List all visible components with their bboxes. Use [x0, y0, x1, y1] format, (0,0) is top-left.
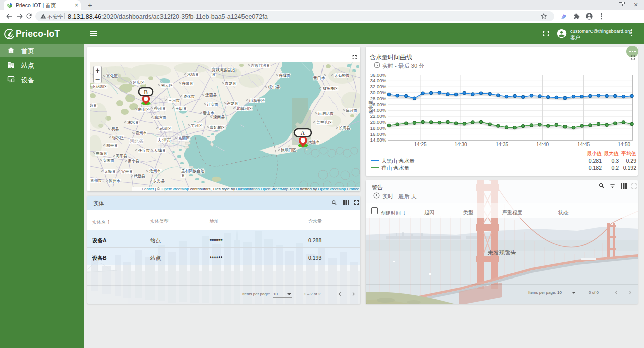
svg-text:房山区: 房山区 — [138, 107, 149, 112]
svg-text:30.00%: 30.00% — [370, 90, 387, 95]
svg-text:下花园区: 下花园区 — [92, 84, 107, 89]
svg-text:唐山市: 唐山市 — [203, 111, 214, 115]
svg-text:14:45: 14:45 — [577, 142, 590, 147]
svg-text:山海关区: 山海关区 — [249, 98, 265, 103]
svg-text:安国市: 安国市 — [103, 158, 114, 163]
svg-text:涞水县: 涞水县 — [127, 120, 139, 125]
svg-text:普兰店区: 普兰店区 — [316, 120, 332, 125]
svg-text:县: 县 — [212, 72, 216, 77]
svg-text:徐水区: 徐水区 — [112, 135, 124, 140]
svg-text:迁西县: 迁西县 — [205, 93, 217, 97]
svg-text:玉田县: 玉田县 — [175, 106, 187, 111]
svg-text:大城县: 大城县 — [154, 148, 166, 153]
svg-text:14:25: 14:25 — [414, 142, 426, 147]
svg-text:高阳县: 高阳县 — [116, 154, 127, 158]
svg-text:深州市: 深州市 — [108, 179, 120, 183]
svg-text:青龙县: 青龙县 — [225, 81, 236, 86]
svg-text:顺平县: 顺平县 — [106, 143, 118, 148]
svg-text:廊坊市: 廊坊市 — [154, 115, 166, 120]
svg-text:沧州市: 沧州市 — [149, 169, 161, 173]
svg-text:A: A — [301, 130, 305, 136]
svg-text:孟村回族自治: 孟村回族自治 — [181, 169, 204, 173]
svg-text:宣化区: 宣化区 — [106, 74, 118, 78]
svg-text:曹妃甸区: 曹妃甸区 — [210, 125, 225, 130]
svg-text:B: B — [144, 89, 148, 95]
svg-text:兴隆县: 兴隆县 — [182, 81, 193, 86]
svg-text:武清区: 武清区 — [159, 126, 171, 131]
svg-text:易县: 易县 — [111, 127, 119, 131]
svg-text:34.00%: 34.00% — [370, 78, 387, 83]
svg-text:晋州市: 晋州市 — [90, 178, 102, 183]
svg-text:迁安市: 迁安市 — [207, 102, 218, 107]
svg-text:延庆区: 延庆区 — [132, 80, 144, 85]
svg-text:14:30: 14:30 — [454, 142, 467, 147]
svg-text:20.00%: 20.00% — [370, 119, 387, 125]
svg-text:18.00%: 18.00% — [370, 125, 387, 131]
svg-text:天津市: 天津市 — [157, 137, 171, 143]
svg-text:滦南县: 滦南县 — [213, 115, 225, 119]
svg-text:大石桥市: 大石桥市 — [334, 73, 350, 78]
svg-text:宁河区: 宁河区 — [191, 123, 202, 128]
svg-text:瓦房店市: 瓦房店市 — [317, 111, 334, 116]
svg-text:兴城市: 兴城市 — [279, 73, 290, 78]
svg-text:36.00%: 36.00% — [370, 72, 387, 78]
svg-text:香河县: 香河县 — [154, 106, 166, 111]
svg-text:任丘市: 任丘市 — [138, 148, 150, 153]
svg-text:卢龙县: 卢龙县 — [227, 101, 238, 106]
svg-text:无极县: 无极县 — [104, 169, 116, 174]
svg-text:东丽区: 东丽区 — [178, 136, 190, 141]
svg-text:东光县: 东光县 — [153, 179, 165, 183]
svg-text:大连市: 大连市 — [308, 140, 320, 144]
svg-text:肃宁县: 肃宁县 — [128, 159, 139, 163]
svg-text:承德县: 承德县 — [187, 72, 199, 77]
svg-text:安平县: 安平县 — [121, 169, 133, 174]
svg-text:长海县: 长海县 — [339, 126, 350, 130]
svg-text:宽城满族自治: 宽城满族自治 — [212, 67, 235, 72]
svg-text:河北省: 河北省 — [130, 138, 143, 144]
svg-text:三河市: 三河市 — [168, 98, 180, 103]
svg-text:县: 县 — [181, 173, 185, 178]
svg-text:庄河市: 庄河市 — [346, 108, 357, 113]
svg-text:16.00%: 16.00% — [370, 131, 387, 137]
svg-text:密云区: 密云区 — [161, 83, 173, 88]
svg-text:14.00%: 14.00% — [370, 137, 387, 143]
svg-text:蔚县: 蔚县 — [90, 103, 97, 108]
svg-text:武强县: 武强县 — [134, 174, 145, 178]
svg-text:营口市: 营口市 — [313, 76, 325, 80]
svg-text:鲅鱼圈区: 鲅鱼圈区 — [323, 86, 338, 91]
svg-text:14:40: 14:40 — [536, 142, 549, 147]
svg-text:遵化市: 遵化市 — [183, 94, 195, 99]
svg-text:吉族自治县: 吉族自治县 — [251, 63, 270, 68]
svg-text:14:50: 14:50 — [618, 142, 630, 147]
svg-text:绥中县: 绥中县 — [268, 85, 280, 89]
svg-text:曲阳县: 曲阳县 — [96, 151, 107, 156]
svg-text:旅顺口区: 旅顺口区 — [281, 148, 296, 152]
svg-text:32.00%: 32.00% — [370, 84, 387, 89]
svg-text:含水量: 含水量 — [368, 100, 373, 114]
svg-text:霸州市: 霸州市 — [135, 131, 147, 135]
svg-text:14:35: 14:35 — [496, 142, 508, 147]
svg-text:北戴河区: 北戴河区 — [236, 106, 252, 111]
